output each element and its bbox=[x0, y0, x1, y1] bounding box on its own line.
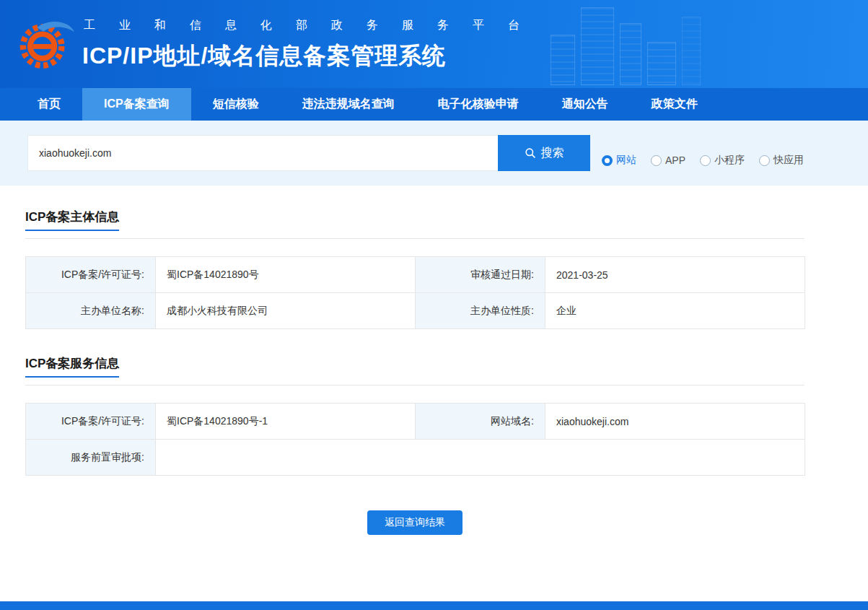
field-label: 主办单位名称: bbox=[26, 293, 156, 329]
subject-section-title: ICP备案主体信息 bbox=[25, 209, 119, 231]
radio-label: 快应用 bbox=[773, 154, 804, 167]
field-label: 审核通过日期: bbox=[416, 257, 545, 293]
nav-item-sms-verify[interactable]: 短信核验 bbox=[191, 88, 281, 121]
field-label: ICP备案/许可证号: bbox=[26, 404, 156, 440]
city-skyline-decoration bbox=[551, 4, 789, 85]
field-label: ICP备案/许可证号: bbox=[26, 257, 156, 293]
search-section: 搜索 网站 APP 小程序 快应用 bbox=[0, 121, 868, 186]
nav-item-notices[interactable]: 通知公告 bbox=[540, 88, 630, 121]
radio-website[interactable]: 网站 bbox=[602, 154, 636, 167]
platform-title: 工业和信息化部政务服务平台 bbox=[84, 18, 543, 33]
table-row: ICP备案/许可证号: 蜀ICP备14021890号 审核通过日期: 2021-… bbox=[26, 257, 805, 293]
radio-label: 网站 bbox=[616, 154, 636, 167]
radio-label: APP bbox=[665, 154, 685, 166]
field-value: 蜀ICP备14021890号-1 bbox=[156, 404, 416, 440]
table-row: 主办单位名称: 成都小火科技有限公司 主办单位性质: 企业 bbox=[26, 293, 805, 329]
field-value: 成都小火科技有限公司 bbox=[156, 293, 416, 329]
search-icon bbox=[525, 147, 536, 159]
radio-dot-icon bbox=[700, 155, 711, 166]
radio-label: 小程序 bbox=[714, 154, 745, 167]
radio-app[interactable]: APP bbox=[651, 154, 685, 167]
field-value bbox=[156, 440, 805, 476]
system-title: ICP/IP地址/域名信息备案管理系统 bbox=[82, 40, 543, 72]
nav-item-illegal-domain-query[interactable]: 违法违规域名查询 bbox=[281, 88, 416, 121]
field-value: xiaohuokeji.com bbox=[545, 404, 805, 440]
field-value: 蜀ICP备14021890号 bbox=[156, 257, 416, 293]
subject-section-head: ICP备案主体信息 bbox=[25, 209, 805, 239]
nav-item-policy-files[interactable]: 政策文件 bbox=[630, 88, 719, 121]
radio-dot-icon bbox=[602, 155, 613, 166]
field-label: 主办单位性质: bbox=[416, 293, 545, 329]
miit-gear-logo-icon bbox=[16, 14, 76, 74]
main-content: ICP备案主体信息 ICP备案/许可证号: 蜀ICP备14021890号 审核通… bbox=[25, 209, 805, 535]
search-button[interactable]: 搜索 bbox=[498, 135, 590, 171]
field-label: 网站域名: bbox=[416, 404, 545, 440]
footer-bar bbox=[0, 601, 868, 610]
search-button-label: 搜索 bbox=[541, 146, 564, 161]
nav-item-home[interactable]: 首页 bbox=[16, 88, 82, 121]
table-row: ICP备案/许可证号: 蜀ICP备14021890号-1 网站域名: xiaoh… bbox=[26, 404, 805, 440]
page-header: 工业和信息化部政务服务平台 ICP/IP地址/域名信息备案管理系统 bbox=[0, 0, 868, 88]
search-input[interactable] bbox=[27, 135, 498, 171]
radio-dot-icon bbox=[759, 155, 770, 166]
radio-miniprogram[interactable]: 小程序 bbox=[700, 154, 745, 167]
subject-info-table: ICP备案/许可证号: 蜀ICP备14021890号 审核通过日期: 2021-… bbox=[25, 256, 805, 329]
service-section-head: ICP备案服务信息 bbox=[25, 355, 805, 385]
field-value: 企业 bbox=[545, 293, 805, 329]
search-type-group: 网站 APP 小程序 快应用 bbox=[602, 154, 804, 167]
back-to-results-button[interactable]: 返回查询结果 bbox=[367, 510, 463, 535]
service-section-title: ICP备案服务信息 bbox=[25, 355, 119, 378]
radio-quickapp[interactable]: 快应用 bbox=[759, 154, 804, 167]
field-value: 2021-03-25 bbox=[545, 257, 805, 293]
nav-item-e-verification-apply[interactable]: 电子化核验申请 bbox=[416, 88, 540, 121]
table-row: 服务前置审批项: bbox=[26, 440, 805, 476]
radio-dot-icon bbox=[651, 155, 662, 166]
main-nav: 首页 ICP备案查询 短信核验 违法违规域名查询 电子化核验申请 通知公告 政策… bbox=[0, 88, 868, 121]
nav-item-icp-query[interactable]: ICP备案查询 bbox=[82, 88, 191, 121]
field-label: 服务前置审批项: bbox=[26, 440, 156, 476]
service-info-table: ICP备案/许可证号: 蜀ICP备14021890号-1 网站域名: xiaoh… bbox=[25, 403, 805, 476]
